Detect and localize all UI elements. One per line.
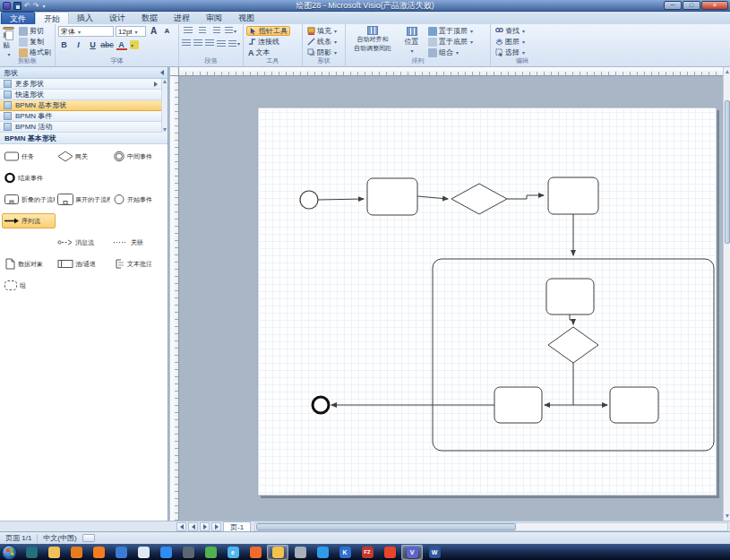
tab-view[interactable]: 视图 — [230, 12, 262, 24]
diagram-node-task-2[interactable] — [548, 177, 598, 214]
vertical-scrollbar[interactable] — [723, 67, 730, 521]
stencil-shape-group[interactable]: 组 — [2, 278, 56, 293]
connector-tool-button[interactable]: 连接线 — [246, 37, 290, 47]
align-right-icon[interactable] — [205, 39, 214, 48]
taskbar-icon-folder[interactable] — [43, 545, 64, 560]
language-indicator[interactable]: 中文(中国) — [43, 533, 76, 543]
tab-insert[interactable]: 插入 — [69, 12, 101, 24]
previous-page-button[interactable] — [188, 522, 198, 531]
diagram-node-task-1[interactable] — [367, 178, 417, 215]
collapse-panel-icon[interactable] — [160, 70, 164, 75]
align-center-icon[interactable] — [193, 39, 202, 48]
stencil-shape-collapsed-subprocess[interactable]: 折叠的子流程 — [2, 192, 56, 207]
section-bpmn-events[interactable]: BPMN 事件 — [0, 111, 161, 122]
font-size-select[interactable]: 12pt — [116, 26, 146, 37]
section-quick-shapes[interactable]: 快速形状 — [0, 90, 161, 100]
auto-align-space-button[interactable]: 自动对齐和 自动调整间距 — [348, 26, 397, 57]
taskbar-icon-firefox[interactable] — [88, 545, 109, 560]
first-page-button[interactable] — [176, 522, 186, 531]
stencil-shape-intermediate-event[interactable]: 中间事件 — [111, 149, 167, 164]
taskbar-icon-app-skyblue[interactable] — [312, 545, 333, 560]
taskbar-icon-internet-explorer[interactable]: e — [222, 545, 244, 560]
maximize-button[interactable]: □ — [683, 1, 700, 10]
save-icon[interactable] — [13, 2, 21, 10]
taskbar-icon-media-player[interactable] — [65, 545, 87, 560]
taskbar-icon-sogou[interactable] — [379, 545, 400, 560]
tab-design[interactable]: 设计 — [101, 12, 133, 24]
stencil-shape-gateway[interactable]: 网关 — [56, 149, 111, 164]
layers-button[interactable]: 图层 — [494, 37, 527, 47]
diagram-node-task-4[interactable] — [494, 387, 542, 423]
section-bpmn-activities[interactable]: BPMN 活动 — [0, 122, 161, 133]
visio-app-icon[interactable] — [3, 2, 11, 10]
undo-icon[interactable]: ↶ — [24, 2, 30, 10]
section-bpmn-basic[interactable]: BPMN 基本形状 — [0, 100, 161, 111]
font-family-select[interactable]: 宋体 — [58, 26, 114, 37]
find-button[interactable]: 查找 — [494, 26, 527, 36]
text-direction-icon[interactable] — [228, 39, 240, 48]
tab-data[interactable]: 数据 — [133, 12, 166, 24]
scroll-up-icon[interactable] — [163, 80, 167, 83]
scroll-up-icon[interactable] — [726, 70, 729, 73]
align-left-icon[interactable] — [182, 39, 191, 48]
stencil-shape-association[interactable]: 关联 — [111, 235, 167, 250]
taskbar-icon-baidu-netdisk[interactable] — [155, 545, 176, 560]
scroll-down-icon[interactable] — [163, 128, 167, 132]
page-tab[interactable]: 页-1 — [223, 521, 251, 531]
drawing-canvas[interactable] — [179, 76, 723, 521]
tab-review[interactable]: 审阅 — [198, 12, 230, 24]
italic-button[interactable]: I — [73, 39, 84, 49]
highlight-button[interactable] — [130, 40, 139, 49]
cut-button[interactable]: 剪切 — [17, 26, 53, 36]
diagram-node-task-3[interactable] — [546, 279, 594, 314]
taskbar-icon-app-green[interactable] — [200, 545, 221, 560]
next-page-button[interactable] — [200, 522, 210, 531]
vertical-scroll-thumb[interactable] — [725, 100, 730, 244]
bold-button[interactable]: B — [58, 39, 70, 49]
position-button[interactable]: 位置 — [399, 26, 424, 57]
tab-file[interactable]: 文件 — [1, 12, 35, 24]
stencil-shape-message-flow[interactable]: 消息流 — [56, 235, 111, 250]
close-button[interactable]: × — [701, 1, 728, 10]
pointer-tool-button[interactable]: 指针工具 — [246, 26, 290, 36]
fill-button[interactable]: 填充 — [305, 26, 339, 36]
stencil-shape-data-object[interactable]: 数据对象 — [2, 256, 56, 271]
redo-icon[interactable]: ↷ — [33, 2, 39, 10]
tab-home[interactable]: 开始 — [35, 12, 69, 24]
qat-customize-icon[interactable] — [41, 1, 45, 10]
scroll-down-icon[interactable] — [726, 514, 729, 518]
horizontal-scrollbar[interactable] — [254, 522, 728, 531]
section-scrollbar[interactable] — [161, 79, 167, 133]
vertical-ruler[interactable] — [170, 76, 179, 521]
stencil-shape-task[interactable]: 任务 — [2, 149, 56, 164]
section-more-shapes[interactable]: 更多形状 — [0, 79, 161, 90]
decrease-font-icon[interactable]: A — [161, 26, 173, 36]
bullets-icon[interactable] — [182, 26, 193, 36]
stencil-shape-pool-lane[interactable]: 池/通道 — [56, 256, 111, 271]
tab-process[interactable]: 进程 — [166, 12, 198, 24]
font-color-button[interactable]: A — [116, 39, 127, 49]
taskbar-icon-app-orange[interactable] — [245, 545, 266, 560]
taskbar-icon-app-teal[interactable] — [21, 545, 42, 560]
taskbar-icon-word[interactable]: W — [424, 545, 445, 560]
diagram-node-end-event[interactable] — [313, 397, 329, 413]
taskbar-icon-explorer-active[interactable] — [267, 545, 288, 560]
last-page-button[interactable] — [211, 522, 221, 531]
line-button[interactable]: 线条 — [305, 37, 339, 47]
ime-icon[interactable] — [82, 534, 95, 542]
underline-button[interactable]: U — [87, 39, 99, 49]
paste-button[interactable]: 粘贴 — [3, 26, 14, 57]
taskbar-icon-filezilla[interactable]: FZ — [356, 545, 378, 560]
copy-button[interactable]: 复制 — [17, 37, 53, 47]
taskbar-icon-visio[interactable]: V — [401, 545, 423, 560]
stencil-shape-text-annotation[interactable]: 文本批注 — [111, 256, 167, 271]
horizontal-scroll-thumb[interactable] — [256, 523, 516, 530]
stencil-shape-sequence-flow[interactable]: 序列流 — [2, 213, 56, 228]
taskbar-icon-app-blue[interactable] — [110, 545, 132, 560]
taskbar-icon-document[interactable] — [133, 545, 154, 560]
taskbar-icon-app-silver[interactable] — [289, 545, 311, 560]
page-indicator[interactable]: 页面 1/1 — [5, 533, 31, 543]
diagram-node-start-event[interactable] — [300, 191, 318, 209]
taskbar-icon-app-dark[interactable] — [177, 545, 199, 560]
align-top-icon[interactable] — [217, 39, 226, 48]
